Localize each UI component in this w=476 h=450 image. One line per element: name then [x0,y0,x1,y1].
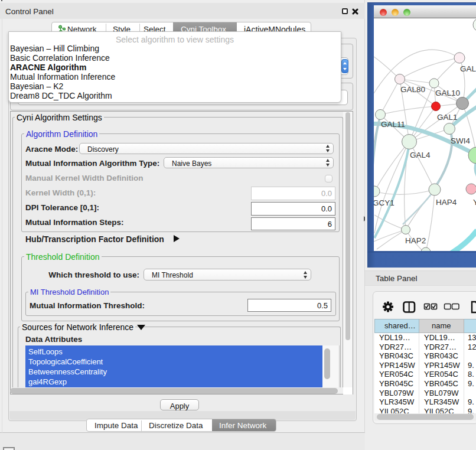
svg-text:Y: Y [473,198,476,207]
svg-text:GAL1: GAL1 [437,113,458,122]
svg-text:GAL80: GAL80 [400,85,425,94]
svg-text:HAP4: HAP4 [436,198,457,207]
svg-text:GCY1: GCY1 [374,198,395,207]
svg-text:GAL11: GAL11 [381,120,405,129]
svg-text:SWI4: SWI4 [451,136,470,145]
svg-text:GAL2: GAL2 [460,64,476,73]
svg-text:GAL10: GAL10 [435,89,460,97]
svg-text:HAP2: HAP2 [405,236,426,245]
svg-text:GAL4: GAL4 [410,151,431,159]
